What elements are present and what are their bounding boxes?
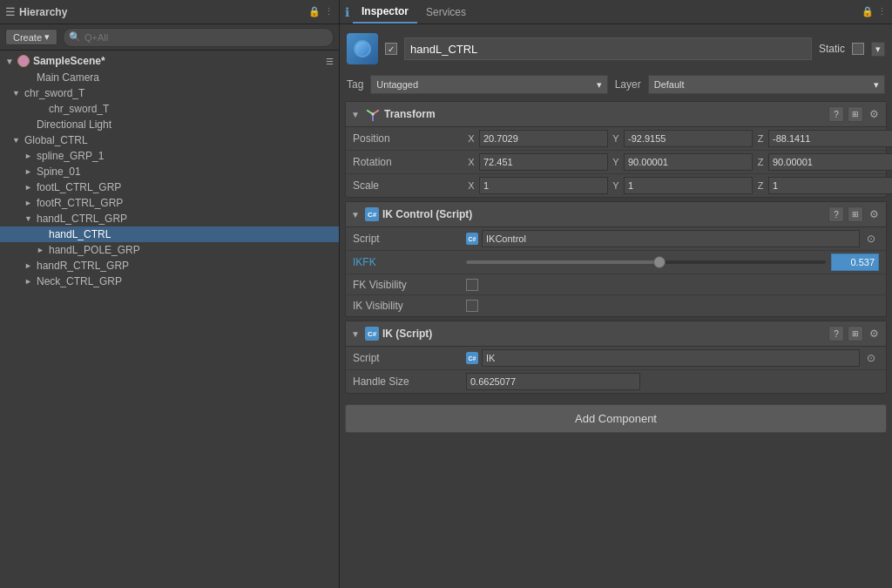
static-dropdown[interactable]: ▾ <box>871 42 885 57</box>
ik-script-title: IK (Script) <box>382 328 825 340</box>
tree-item-main-camera[interactable]: Main Camera <box>0 70 339 85</box>
position-values: X Y Z <box>466 130 892 147</box>
scale-y-label: Y <box>611 180 621 191</box>
ik-script-icon: C# <box>466 352 478 364</box>
create-dropdown-arrow: ▾ <box>44 31 50 43</box>
svg-point-3 <box>371 112 374 115</box>
scene-collapse-arrow: ▼ <box>5 57 14 66</box>
ik-control-header[interactable]: ▼ C# IK Control (Script) ? ⊞ ⚙ <box>346 202 886 227</box>
position-y-input[interactable] <box>624 130 753 147</box>
ik-control-gear-icon[interactable]: ⚙ <box>867 207 881 221</box>
inspector-header: ℹ Inspector Services 🔒 ⋮ <box>340 0 892 24</box>
tree-item-chr-sword-parent[interactable]: ▼ chr_sword_T <box>0 85 339 101</box>
ik-control-script-name: IKControl <box>482 230 860 247</box>
tab-services[interactable]: Services <box>417 0 475 24</box>
inspector-options-icon[interactable]: ⋮ <box>877 6 887 17</box>
fk-visibility-checkbox[interactable] <box>466 279 478 291</box>
tree-item-handl-pole-grp[interactable]: ► handL_POLE_GRP <box>0 242 339 258</box>
ikfk-slider-thumb[interactable] <box>653 256 666 268</box>
rotation-y-input[interactable] <box>624 153 753 171</box>
object-name-input[interactable] <box>404 37 812 60</box>
position-label: Position <box>353 132 466 145</box>
static-checkbox[interactable] <box>852 43 864 55</box>
position-x-input[interactable] <box>479 130 608 147</box>
tree-item-global-ctrl[interactable]: ▼ Global_CTRL <box>0 132 339 148</box>
main-camera-label: Main Camera <box>37 71 99 84</box>
ik-visibility-checkbox[interactable] <box>466 300 478 312</box>
tree-item-footl-ctrl-grp[interactable]: ► footL_CTRL_GRP <box>0 179 339 195</box>
layer-label: Layer <box>615 78 641 91</box>
tab-inspector[interactable]: Inspector <box>353 0 417 24</box>
tag-select[interactable]: Untagged ▾ <box>370 75 607 94</box>
inspector-tab-label: Inspector <box>362 5 409 17</box>
ik-script-section: ▼ C# IK (Script) ? ⊞ ⚙ Script C# I <box>345 321 887 394</box>
position-z-input[interactable] <box>768 130 892 147</box>
ik-script-help-btn[interactable]: ? <box>828 326 844 341</box>
object-enabled-checkbox[interactable] <box>385 43 397 55</box>
layer-select[interactable]: Default ▾ <box>648 75 885 94</box>
fk-visibility-label: FK Visibility <box>353 279 466 291</box>
search-input[interactable] <box>84 32 328 43</box>
pos-z-label: Z <box>755 133 766 144</box>
tree-item-directional-light[interactable]: Directional Light <box>0 117 339 132</box>
scale-y-input[interactable] <box>624 177 753 194</box>
transform-section-header[interactable]: ▼ Transform ? ⊞ ⚙ <box>346 102 886 127</box>
arrow-handl-ctrl-grp: ▼ <box>24 214 37 223</box>
tree-item-handr-ctrl-grp[interactable]: ► handR_CTRL_GRP <box>0 258 339 274</box>
transform-snap-btn[interactable]: ⊞ <box>848 106 863 122</box>
tree-item-spline-grp[interactable]: ► spline_GRP_1 <box>0 148 339 164</box>
create-button[interactable]: Create ▾ <box>5 29 57 45</box>
handle-size-label: Handle Size <box>353 375 466 388</box>
tree-item-chr-sword-child[interactable]: chr_sword_T <box>0 101 339 117</box>
tree-item-spine-01[interactable]: ► Spine_01 <box>0 164 339 179</box>
arrow-footr: ► <box>24 199 37 207</box>
rotation-z-input[interactable] <box>768 153 892 171</box>
ik-control-title: IK Control (Script) <box>382 208 825 220</box>
ik-control-help-btn[interactable]: ? <box>828 206 844 222</box>
ik-control-snap-btn[interactable]: ⊞ <box>848 206 863 222</box>
ikfk-value-input[interactable] <box>831 253 879 271</box>
ik-visibility-label: IK Visibility <box>353 300 466 312</box>
ikfk-slider-container[interactable] <box>466 253 879 271</box>
ik-control-script-open-btn[interactable]: ⊙ <box>863 231 879 247</box>
arrow-handr-ctrl-grp: ► <box>24 261 37 270</box>
transform-section: ▼ Transform ? ⊞ ⚙ <box>345 101 887 198</box>
tree-item-footr-ctrl-grp[interactable]: ► footR_CTRL_GRP <box>0 195 339 211</box>
add-component-button[interactable]: Add Component <box>345 404 887 433</box>
transform-title: Transform <box>384 108 825 120</box>
rotation-x-input[interactable] <box>479 153 608 171</box>
hierarchy-content[interactable]: ▼ SampleScene* ☰ Main Camera ▼ chr_sword… <box>0 51 339 588</box>
transform-section-icons: ? ⊞ ⚙ <box>828 106 881 122</box>
scale-x-input[interactable] <box>479 177 608 194</box>
position-row: Position X Y Z <box>346 127 886 151</box>
transform-gear-icon[interactable]: ⚙ <box>867 107 881 121</box>
tree-item-handl-ctrl[interactable]: handL_CTRL <box>0 226 339 242</box>
scale-z-input[interactable] <box>768 177 892 194</box>
ik-script-snap-btn[interactable]: ⊞ <box>848 326 863 341</box>
lock-icon: 🔒 <box>308 6 321 17</box>
scene-menu-icon[interactable]: ☰ <box>326 57 334 66</box>
transform-help-btn[interactable]: ? <box>828 106 844 122</box>
hierarchy-panel: ☰ Hierarchy 🔒 ⋮ Create ▾ 🔍 ▼ SampleScene <box>0 0 340 588</box>
ik-visibility-row: IK Visibility <box>346 295 886 316</box>
tree-item-neck-ctrl-grp[interactable]: ► Neck_CTRL_GRP <box>0 274 339 289</box>
search-box[interactable]: 🔍 <box>63 28 334 47</box>
hierarchy-header-icons: 🔒 ⋮ <box>308 6 334 17</box>
directional-light-label: Directional Light <box>37 118 112 131</box>
handr-ctrl-grp-label: handR_CTRL_GRP <box>37 260 129 272</box>
ik-script-header[interactable]: ▼ C# IK (Script) ? ⊞ ⚙ <box>346 321 886 347</box>
ik-script-icons: ? ⊞ ⚙ <box>828 326 881 341</box>
hierarchy-options-icon[interactable]: ⋮ <box>324 6 334 17</box>
tree-item-handl-ctrl-grp[interactable]: ▼ handL_CTRL_GRP <box>0 211 339 226</box>
ik-script-name: IK <box>482 349 860 367</box>
handle-size-row: Handle Size <box>346 370 886 393</box>
handle-size-input[interactable] <box>466 373 640 390</box>
ik-control-section: ▼ C# IK Control (Script) ? ⊞ ⚙ Script C# <box>345 201 887 317</box>
ik-script-open-btn[interactable]: ⊙ <box>863 350 879 366</box>
ik-script-gear-icon[interactable]: ⚙ <box>867 327 881 341</box>
footr-ctrl-grp-label: footR_CTRL_GRP <box>37 197 123 209</box>
ikfk-slider-track[interactable] <box>466 260 826 264</box>
inspector-info-icon: ℹ <box>345 5 349 19</box>
arrow-global-ctrl: ▼ <box>12 136 24 145</box>
tag-value: Untagged <box>376 79 418 90</box>
